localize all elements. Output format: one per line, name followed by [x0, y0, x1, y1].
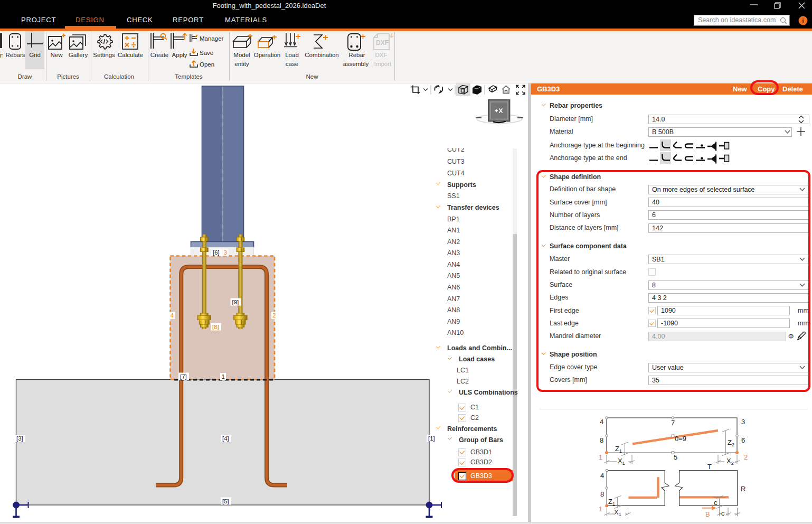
- svg-text:1: 1: [599, 453, 602, 461]
- svg-text:X1: X1: [614, 508, 621, 517]
- svg-text:X1: X1: [618, 457, 625, 466]
- svg-text:4: 4: [600, 472, 604, 480]
- svg-text:[7]: [7]: [180, 373, 187, 380]
- svg-text:[9]: [9]: [232, 299, 239, 305]
- svg-text:Z1: Z1: [615, 445, 622, 454]
- svg-text:3: 3: [224, 249, 227, 256]
- svg-text:X2: X2: [726, 457, 734, 466]
- svg-text:[4]: [4]: [222, 435, 229, 442]
- svg-text:4: 4: [171, 312, 174, 319]
- svg-text:6: 6: [741, 436, 745, 444]
- svg-text:3: 3: [741, 418, 745, 426]
- svg-text:[3]: [3]: [16, 435, 23, 442]
- svg-text:Z2: Z2: [728, 438, 734, 447]
- svg-text:2: 2: [744, 453, 748, 461]
- svg-text:DXF: DXF: [376, 39, 389, 46]
- svg-text:8: 8: [600, 490, 604, 498]
- svg-text:0=9: 0=9: [675, 435, 686, 443]
- svg-text:[5]: [5]: [222, 498, 229, 504]
- svg-text:[8]: [8]: [212, 324, 219, 330]
- svg-text:1: 1: [599, 505, 602, 513]
- svg-text:1: 1: [222, 373, 225, 380]
- svg-text:7: 7: [671, 419, 675, 427]
- svg-text:5: 5: [674, 453, 677, 461]
- svg-text:B: B: [705, 510, 710, 518]
- svg-text:[6]: [6]: [213, 249, 220, 256]
- svg-text:Z1: Z1: [608, 498, 615, 507]
- svg-text:2: 2: [272, 312, 276, 319]
- svg-text:8: 8: [600, 436, 603, 444]
- svg-text:R: R: [741, 485, 745, 493]
- svg-text:c: c: [714, 499, 717, 507]
- svg-text:4: 4: [600, 418, 603, 426]
- svg-text:c: c: [721, 509, 725, 517]
- svg-text:T: T: [707, 463, 712, 471]
